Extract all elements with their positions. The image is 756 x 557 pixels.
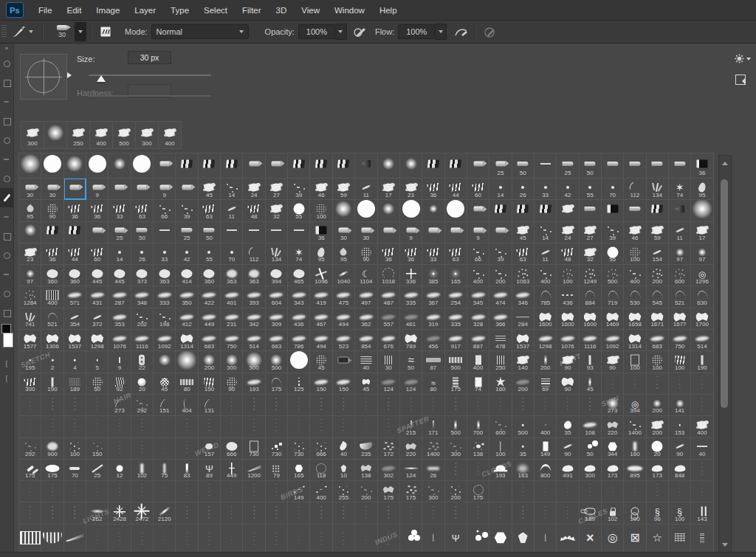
- brush-preset[interactable]: 1600: [580, 308, 602, 330]
- brush-preset[interactable]: 220: [602, 416, 624, 437]
- brush-preset[interactable]: [41, 416, 63, 437]
- brush-preset[interactable]: 363: [221, 265, 243, 286]
- brush-preset[interactable]: 143: [691, 502, 713, 524]
- brush-preset[interactable]: 336: [400, 265, 422, 286]
- brush-preset[interactable]: 90: [355, 243, 377, 265]
- tool-icon[interactable]: [0, 226, 13, 246]
- brush-preset[interactable]: [422, 153, 444, 179]
- brush-preset[interactable]: 449: [199, 308, 221, 330]
- brush-preset[interactable]: 95: [19, 200, 41, 221]
- brush-preset[interactable]: 30: [355, 222, 377, 243]
- brush-preset[interactable]: [669, 481, 691, 502]
- brush-preset[interactable]: 676: [378, 330, 400, 351]
- menu-item-select[interactable]: Select: [196, 0, 235, 20]
- brush-preset[interactable]: [400, 525, 422, 553]
- brush-preset[interactable]: 9: [86, 179, 109, 200]
- brush-preset[interactable]: 342: [243, 308, 265, 330]
- brush-preset[interactable]: [602, 481, 624, 502]
- brush-preset[interactable]: 354: [64, 308, 86, 330]
- brush-preset[interactable]: 14: [109, 243, 131, 265]
- brush-preset[interactable]: 604: [266, 286, 288, 308]
- brush-tool-slot[interactable]: [0, 188, 13, 207]
- brush-preset[interactable]: 150: [310, 373, 332, 395]
- brush-preset[interactable]: [41, 153, 63, 179]
- ps-logo[interactable]: Ps: [6, 2, 24, 18]
- scroll-up-icon[interactable]: [722, 159, 728, 165]
- brush-preset[interactable]: 45: [310, 351, 332, 373]
- brush-preset[interactable]: 350: [176, 286, 198, 308]
- brush-preset[interactable]: [19, 525, 41, 553]
- brush-preset[interactable]: 12: [109, 460, 131, 481]
- brush-preset[interactable]: 200: [647, 265, 669, 286]
- brush-preset[interactable]: [243, 481, 265, 502]
- brush-preset[interactable]: 328: [467, 308, 489, 330]
- brush-preset[interactable]: [647, 481, 669, 502]
- mode-dropdown[interactable]: Normal: [151, 24, 249, 39]
- brush-preset[interactable]: [489, 481, 512, 502]
- brush-preset[interactable]: 33: [154, 243, 176, 265]
- brush-preset[interactable]: 1040: [333, 265, 355, 286]
- brush-preset[interactable]: 66: [467, 243, 489, 265]
- menu-item-filter[interactable]: Filter: [235, 0, 269, 20]
- brush-preset[interactable]: [310, 502, 332, 524]
- brush-preset[interactable]: 46: [624, 222, 646, 243]
- brush-preset[interactable]: 404: [176, 395, 198, 416]
- brush-preset[interactable]: [131, 179, 154, 200]
- brush-preset[interactable]: [154, 351, 176, 373]
- brush-preset[interactable]: 401: [221, 286, 243, 308]
- brush-preset[interactable]: [310, 525, 332, 553]
- brush-preset[interactable]: 231: [221, 308, 243, 330]
- brush-preset[interactable]: 367: [422, 286, 444, 308]
- brush-preset[interactable]: 30: [41, 179, 63, 200]
- size-slider-thumb[interactable]: [97, 71, 106, 82]
- brush-preset[interactable]: 100: [669, 351, 691, 373]
- brush-preset[interactable]: 102: [131, 460, 154, 481]
- brush-preset[interactable]: 200: [647, 416, 669, 437]
- brush-preset[interactable]: [467, 153, 489, 179]
- brush-preset[interactable]: 400: [41, 286, 63, 308]
- brush-preset[interactable]: 1076: [557, 330, 579, 351]
- brush-preset[interactable]: 14: [221, 179, 243, 200]
- brush-preset[interactable]: 44: [445, 179, 467, 200]
- brush-preset[interactable]: 235: [355, 438, 377, 460]
- brush-preset[interactable]: [266, 416, 288, 437]
- brush-preset[interactable]: 449: [221, 460, 243, 481]
- brush-preset[interactable]: 39: [602, 222, 624, 243]
- brush-preset[interactable]: 100: [64, 438, 86, 460]
- brush-preset[interactable]: 100: [310, 200, 332, 221]
- brush-preset[interactable]: [19, 416, 41, 437]
- brush-preset[interactable]: [512, 525, 535, 553]
- brush-preset[interactable]: 97: [19, 265, 41, 286]
- tool-icon[interactable]: [0, 207, 13, 226]
- brush-preset[interactable]: 300: [221, 351, 243, 373]
- brush-preset[interactable]: 195: [19, 351, 41, 373]
- brush-preset[interactable]: 27: [580, 222, 602, 243]
- brush-preset[interactable]: 30: [19, 179, 41, 200]
- brush-preset[interactable]: 175: [400, 481, 422, 502]
- brush-preset[interactable]: 25: [489, 153, 512, 179]
- brush-preset[interactable]: 750: [669, 330, 691, 351]
- brush-preset[interactable]: 394: [624, 395, 646, 416]
- brush-preset[interactable]: [288, 222, 310, 243]
- brush-preset[interactable]: 700: [467, 416, 489, 437]
- brush-preset[interactable]: 149: [288, 481, 310, 502]
- brush-preset[interactable]: 373: [131, 265, 154, 286]
- brush-preset[interactable]: [176, 481, 198, 502]
- brush-preset[interactable]: 36: [422, 179, 444, 200]
- brush-preset[interactable]: 1306: [41, 330, 63, 351]
- brush-preset[interactable]: 171: [422, 416, 444, 437]
- brush-preset[interactable]: [580, 481, 602, 502]
- brush-preset[interactable]: [176, 351, 198, 373]
- menu-item-edit[interactable]: Edit: [60, 0, 89, 20]
- brush-preset[interactable]: [535, 502, 557, 524]
- brush-preset[interactable]: [400, 200, 422, 221]
- brush-preset[interactable]: 1104: [355, 265, 377, 286]
- brush-preset[interactable]: 80: [422, 373, 444, 395]
- brush-preset[interactable]: 917: [445, 330, 467, 351]
- brush-preset[interactable]: [176, 525, 198, 553]
- brush-preset[interactable]: [19, 153, 41, 179]
- brush-preset[interactable]: [154, 153, 176, 179]
- brush-preset[interactable]: [41, 395, 63, 416]
- brush-preset[interactable]: [489, 502, 512, 524]
- size-value-field[interactable]: 30 px: [128, 51, 171, 64]
